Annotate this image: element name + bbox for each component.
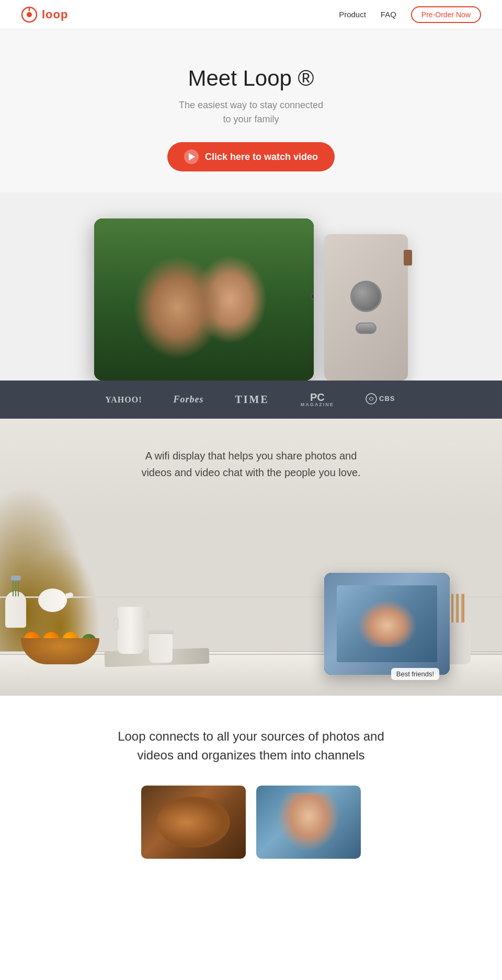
loop-logo-icon bbox=[21, 6, 38, 23]
side-plug bbox=[404, 250, 412, 266]
nav-product-link[interactable]: Product bbox=[339, 10, 366, 19]
lifestyle-description: A wifi display that helps you share phot… bbox=[110, 447, 392, 481]
hero-section: Meet Loop ® The easiest way to stay conn… bbox=[0, 29, 502, 192]
nav-links: Product FAQ Pre-Order Now bbox=[339, 6, 481, 23]
camera-bump bbox=[311, 293, 314, 299]
hero-title: Meet Loop ® bbox=[21, 66, 481, 91]
pot-lid bbox=[148, 628, 174, 634]
side-knob-large bbox=[350, 281, 382, 312]
device-main-display bbox=[94, 218, 314, 381]
pitcher-body bbox=[118, 607, 144, 654]
channels-section: Loop connects to all your sources of pho… bbox=[0, 696, 502, 880]
pitcher-handle bbox=[113, 617, 119, 630]
utensil-4 bbox=[461, 594, 464, 625]
lifestyle-caption: Best friends! bbox=[391, 668, 439, 680]
logo-text: loop bbox=[42, 8, 68, 21]
pitcher-spout bbox=[142, 609, 150, 620]
flower-stem-2 bbox=[15, 578, 16, 596]
pitcher bbox=[115, 607, 146, 664]
lifestyle-screen bbox=[324, 573, 450, 675]
nav-faq-link[interactable]: FAQ bbox=[381, 10, 396, 19]
press-yahoo: YAHOO! bbox=[105, 395, 142, 405]
channel-thumbnails bbox=[21, 786, 481, 859]
device-side-view bbox=[324, 234, 408, 381]
flower-stem-1 bbox=[13, 578, 14, 596]
svg-text:CBS: CBS bbox=[379, 395, 395, 402]
play-triangle bbox=[189, 153, 195, 160]
lifestyle-text-block: A wifi display that helps you share phot… bbox=[0, 447, 502, 481]
press-pcmag: PC MAGAZINE bbox=[301, 392, 334, 407]
teapot-body bbox=[38, 589, 67, 612]
channels-title: Loop connects to all your sources of pho… bbox=[110, 727, 392, 765]
fruit-bowl bbox=[16, 612, 105, 664]
lifestyle-section: A wifi display that helps you share phot… bbox=[0, 419, 502, 696]
channel-thumb-food[interactable] bbox=[141, 786, 246, 859]
kitchen-scene: Best friends! bbox=[0, 528, 502, 696]
svg-point-1 bbox=[27, 12, 32, 17]
channel-thumb-people[interactable] bbox=[256, 786, 361, 859]
logo[interactable]: loop bbox=[21, 6, 68, 23]
navbar: loop Product FAQ Pre-Order Now bbox=[0, 0, 502, 29]
bowl bbox=[21, 638, 99, 664]
svg-point-3 bbox=[366, 394, 376, 404]
flower-bloom-3 bbox=[16, 575, 21, 581]
press-bar: YAHOO! Forbes TIME PC MAGAZINE CBS bbox=[0, 381, 502, 419]
side-knob-small bbox=[356, 322, 376, 334]
lifestyle-device bbox=[324, 573, 450, 675]
device-screen bbox=[94, 218, 314, 381]
watch-video-button[interactable]: Click here to watch video bbox=[167, 142, 335, 171]
preorder-button[interactable]: Pre-Order Now bbox=[411, 6, 481, 23]
press-time: TIME bbox=[235, 394, 269, 406]
hero-subtitle: The easiest way to stay connected to you… bbox=[21, 98, 481, 126]
small-pot-1 bbox=[146, 628, 175, 664]
cbs-logo-svg: CBS bbox=[366, 393, 397, 405]
bottom-space bbox=[0, 880, 502, 901]
press-cbs: CBS bbox=[366, 393, 397, 407]
device-showcase bbox=[0, 192, 502, 381]
flower-stem-3 bbox=[18, 578, 19, 596]
pot-body bbox=[149, 634, 173, 663]
play-icon bbox=[184, 149, 199, 164]
family-photo bbox=[94, 218, 314, 381]
press-forbes: Forbes bbox=[173, 394, 203, 405]
vase-flowers bbox=[0, 575, 31, 596]
